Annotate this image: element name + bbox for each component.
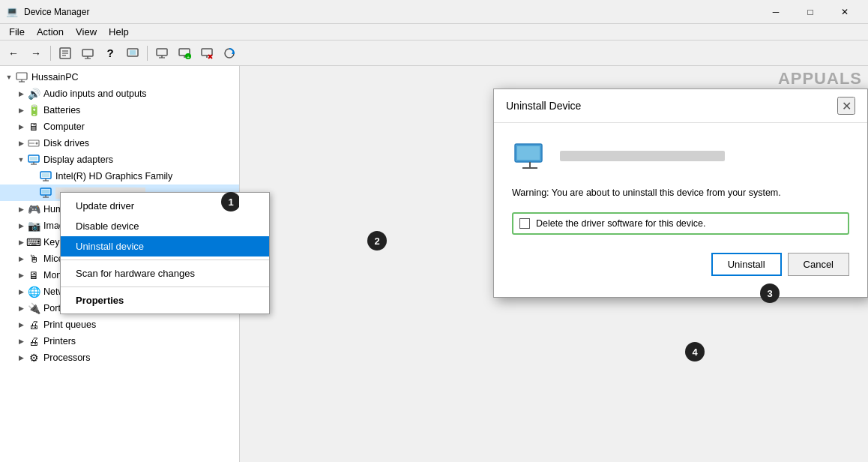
svg-rect-22 [16,73,27,80]
app-icon: 💻 [6,6,18,18]
keyboard-icon: ⌨ [27,236,40,249]
toolbar-uninstall[interactable] [196,43,217,64]
window-title: Device Manager [24,7,759,17]
svg-rect-8 [130,50,136,55]
tree-intel-gpu[interactable]: ▶ Intel(R) HD Graphics Family [0,168,239,184]
audio-expand[interactable]: ▶ [15,86,27,102]
menu-action[interactable]: Action [31,25,70,39]
computer-icon [15,70,28,84]
tree-processors[interactable]: ▶ ⚙ Processors [0,350,239,366]
maximize-button[interactable]: □ [793,0,828,24]
step2-badge: 2 [367,231,387,250]
gpu2-icon [39,186,52,200]
dialog-title: Uninstall Device [506,100,581,112]
toolbar-scan[interactable] [219,43,240,64]
ctx-disable-device[interactable]: Disable device [61,216,269,236]
dialog-checkbox-row[interactable]: Delete the driver software for this devi… [512,212,849,235]
monitors-icon: 🖥 [27,268,40,282]
print-queues-label: Print queues [43,320,96,330]
imaging-icon: 📷 [27,219,40,232]
toolbar-forward[interactable]: → [25,43,46,64]
step1-badge: 1 [221,192,240,212]
computer-expand[interactable]: ▶ [15,118,27,135]
dialog-close-button[interactable]: ✕ [837,97,855,115]
dialog-device-row [512,138,849,174]
dialog-device-name [560,151,725,161]
battery-icon: 🔋 [27,104,40,117]
ctx-sep1 [61,260,269,260]
dialog-area: Uninstall Device ✕ Warning: You [240,66,868,462]
ports-icon: 🔌 [27,302,40,315]
svg-rect-9 [157,49,167,56]
tree-disk[interactable]: ▶ Disk drives [0,135,239,152]
display-expand[interactable]: ▼ [15,152,27,168]
imaging-expand[interactable]: ▶ [15,218,27,234]
toolbar: ← → ? + [0,40,868,66]
dialog-title-bar: Uninstall Device ✕ [494,89,867,123]
tree-batteries[interactable]: ▶ 🔋 Batteries [0,102,239,118]
ctx-scan-hardware[interactable]: Scan for hardware changes [61,263,269,284]
toolbar-sep2 [147,46,148,61]
dialog-footer: Uninstall Cancel [512,253,849,282]
monitors-expand[interactable]: ▶ [15,267,27,284]
display-icon [27,153,40,166]
svg-text:+: + [187,54,190,59]
toolbar-device[interactable] [77,43,98,64]
network-expand[interactable]: ▶ [15,284,27,300]
toolbar-properties[interactable] [55,43,76,64]
hid-expand[interactable]: ▶ [15,201,27,218]
tree-computer[interactable]: ▶ 🖥 Computer [0,118,239,135]
ctx-properties[interactable]: Properties [61,290,269,310]
toolbar-monitor[interactable] [151,43,172,64]
printers-expand[interactable]: ▶ [15,333,27,350]
title-bar-controls: ─ □ ✕ [759,0,862,24]
title-bar: 💻 Device Manager ─ □ ✕ [0,0,868,24]
toolbar-install[interactable]: + [174,43,195,64]
tree-root[interactable]: ▼ HussainPC [0,69,239,86]
svg-rect-29 [30,157,37,160]
minimize-button[interactable]: ─ [759,0,793,24]
mice-expand[interactable]: ▶ [15,250,27,267]
print-queues-expand[interactable]: ▶ [15,316,27,333]
disk-expand[interactable]: ▶ [15,135,27,152]
tree-audio[interactable]: ▶ 🔊 Audio inputs and outputs [0,86,239,102]
delete-driver-label: Delete the driver software for this devi… [536,218,706,229]
svg-rect-16 [202,49,212,56]
dialog-device-icon [512,138,548,174]
svg-rect-33 [42,173,49,177]
delete-driver-checkbox[interactable] [519,218,530,229]
tree-print-queues[interactable]: ▶ 🖨 Print queues [0,316,239,333]
menu-view[interactable]: View [70,25,103,39]
toolbar-sep1 [50,46,51,61]
tree-printers[interactable]: ▶ 🖨 Printers [0,333,239,350]
intel-label: Intel(R) HD Graphics Family [55,171,172,182]
root-expand[interactable]: ▼ [3,69,15,86]
batteries-expand[interactable]: ▶ [15,102,27,118]
toolbar-help[interactable]: ? [100,43,121,64]
processors-expand[interactable]: ▶ [15,350,27,366]
svg-rect-37 [42,190,49,194]
uninstall-dialog: Uninstall Device ✕ Warning: You [493,88,868,298]
printers-label: Printers [43,336,76,346]
close-button[interactable]: ✕ [828,0,862,24]
keyboards-expand[interactable]: ▶ [15,234,27,250]
svg-rect-4 [82,50,93,56]
audio-label: Audio inputs and outputs [43,88,147,99]
menu-file[interactable]: File [3,25,31,39]
toolbar-back[interactable]: ← [3,43,24,64]
menu-bar: File Action View Help [0,24,868,40]
disk-icon [27,136,40,150]
svg-rect-41 [517,146,540,160]
mice-icon: 🖱 [27,252,40,266]
ctx-uninstall-device[interactable]: Uninstall device [61,236,269,256]
hid-icon: 🎮 [27,202,40,216]
uninstall-button[interactable]: Uninstall [711,253,782,276]
tree-display[interactable]: ▼ Display adapters [0,152,239,168]
ctx-sep2 [61,286,269,287]
audio-icon: 🔊 [27,87,40,100]
toolbar-run[interactable] [122,43,143,64]
cancel-button[interactable]: Cancel [788,253,849,276]
step4-badge: 4 [685,342,705,362]
ports-expand[interactable]: ▶ [15,300,27,316]
menu-help[interactable]: Help [103,25,135,39]
